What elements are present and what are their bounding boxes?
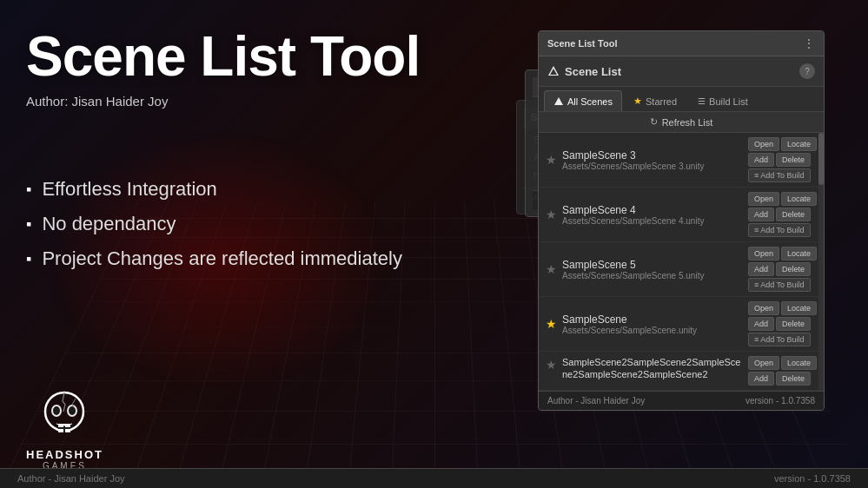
delete-btn-2[interactable]: Delete — [776, 208, 811, 221]
delete-btn-5[interactable]: Delete — [776, 372, 811, 386]
scene-row-1: ★ SampleScene 3 Assets/Scenes/SampleScen… — [539, 133, 824, 188]
locate-btn-1[interactable]: Locate — [781, 137, 817, 151]
scene-row-3: ★ SampleScene 5 Assets/Scenes/SampleScen… — [539, 242, 824, 297]
add-to-build-btn-3[interactable]: ≡ Add To Build — [748, 278, 811, 292]
open-btn-1[interactable]: Open — [748, 137, 779, 151]
add-btn-4[interactable]: Add — [748, 317, 774, 331]
scene-name-1: SampleScene 3 — [562, 149, 743, 162]
tab-build-label: Build List — [709, 96, 748, 107]
open-btn-2[interactable]: Open — [748, 192, 779, 206]
scene-path-3: Assets/Scenes/SampleScene 5.unity — [562, 271, 743, 280]
menu-icon[interactable]: ⋮ — [803, 36, 815, 50]
open-btn-4[interactable]: Open — [748, 301, 779, 315]
star-tab-icon: ★ — [633, 96, 642, 107]
window-titlebar: Scene List Tool ⋮ — [539, 31, 824, 56]
scene-list-label: Scene List — [565, 65, 621, 78]
scene-btns-2: Open Locate Add Delete ≡ Add To Build — [748, 192, 817, 237]
skull-icon — [34, 386, 95, 446]
left-content: Scene List Tool Author: Jisan Haider Joy… — [26, 0, 547, 488]
feature-list: Effortless Integration No dependancy Pro… — [26, 178, 547, 282]
locate-btn-4[interactable]: Locate — [781, 301, 817, 315]
page-title: Scene List Tool — [26, 26, 547, 87]
bottom-author: Author - Jisan Haider Joy — [17, 473, 125, 484]
delete-btn-1[interactable]: Delete — [776, 153, 811, 167]
locate-btn-3[interactable]: Locate — [781, 247, 817, 260]
scene-info-2: SampleScene 4 Assets/Scenes/SampleScene … — [562, 204, 743, 226]
scene-name-4: SampleScene — [562, 313, 743, 326]
scene-row-2: ★ SampleScene 4 Assets/Scenes/SampleScen… — [539, 188, 824, 242]
add-btn-5[interactable]: Add — [748, 372, 774, 386]
help-button[interactable]: ? — [799, 63, 815, 79]
star-btn-4[interactable]: ★ — [546, 317, 557, 331]
bullet-item-3: Project Changes are reflected immediatel… — [26, 247, 547, 270]
scene-name-5: SampleScene2SampleScene2SampleScene2Samp… — [562, 356, 743, 381]
star-btn-3[interactable]: ★ — [546, 262, 557, 276]
refresh-btn-text: Refresh List — [662, 117, 713, 128]
build-tab-icon: ☰ — [698, 96, 706, 106]
add-to-build-btn-4[interactable]: ≡ Add To Build — [748, 333, 811, 346]
scene-list-body: ★ SampleScene 3 Assets/Scenes/SampleScen… — [539, 133, 824, 391]
scrollbar-thumb[interactable] — [818, 133, 824, 185]
scene-info-5: SampleScene2SampleScene2SampleScene2Samp… — [562, 356, 743, 381]
delete-btn-3[interactable]: Delete — [776, 262, 811, 276]
company-name: HEADSHOT — [26, 448, 103, 461]
scene-info-3: SampleScene 5 Assets/Scenes/SampleScene … — [562, 259, 743, 280]
unity-tab-icon — [553, 96, 564, 107]
footer-author: Author - Jisan Haider Joy — [547, 396, 645, 406]
delete-btn-4[interactable]: Delete — [776, 317, 811, 331]
scene-btns-4: Open Locate Add Delete ≡ Add To Build — [748, 301, 817, 346]
add-to-build-btn-2[interactable]: ≡ Add To Build — [748, 223, 811, 237]
tab-starred[interactable]: ★ Starred — [624, 90, 686, 111]
svg-marker-9 — [554, 97, 563, 105]
bottom-version: version - 1.0.7358 — [774, 473, 851, 484]
logo-area: HEADSHOT GAMES — [26, 386, 103, 471]
open-btn-3[interactable]: Open — [748, 247, 779, 260]
bullet-item-2: No dependancy — [26, 213, 547, 235]
scene-path-1: Assets/Scenes/SampleScene 3.unity — [562, 162, 743, 171]
scene-btns-3: Open Locate Add Delete ≡ Add To Build — [748, 247, 817, 292]
add-btn-2[interactable]: Add — [748, 208, 774, 221]
scene-row-5: ★ SampleScene2SampleScene2SampleScene2Sa… — [539, 352, 824, 391]
refresh-bar[interactable]: ↻ Refresh List — [539, 112, 824, 133]
scene-path-4: Assets/Scenes/SampleScene.unity — [562, 326, 743, 335]
tab-all-scenes-label: All Scenes — [567, 96, 613, 107]
scene-btns-5: Open Locate Add Delete — [748, 356, 817, 386]
open-btn-5[interactable]: Open — [748, 356, 779, 370]
star-btn-2[interactable]: ★ — [546, 208, 557, 221]
scene-info-1: SampleScene 3 Assets/Scenes/SampleScene … — [562, 149, 743, 171]
windows-container: Scene Samp Assets/ Handy... Author - Jis… — [512, 17, 859, 486]
tab-build-list[interactable]: ☰ Build List — [688, 90, 758, 111]
footer-version: version - 1.0.7358 — [745, 396, 815, 406]
locate-btn-5[interactable]: Locate — [781, 356, 817, 370]
refresh-icon: ↻ — [650, 116, 658, 128]
scene-path-2: Assets/Scenes/SampleScene 4.unity — [562, 216, 743, 226]
bullet-item-1: Effortless Integration — [26, 178, 547, 201]
page-subtitle: Author: Jisan Haider Joy — [26, 94, 547, 109]
window-footer: Author - Jisan Haider Joy version - 1.0.… — [539, 391, 824, 410]
scrollbar[interactable] — [818, 133, 824, 391]
window-title: Scene List Tool — [547, 38, 617, 49]
add-to-build-btn-1[interactable]: ≡ Add To Build — [748, 168, 811, 182]
add-btn-3[interactable]: Add — [748, 262, 774, 276]
locate-btn-2[interactable]: Locate — [781, 192, 817, 206]
scene-row-4: ★ SampleScene Assets/Scenes/SampleScene.… — [539, 297, 824, 352]
scene-list-title-area: Scene List — [547, 65, 621, 78]
tab-starred-label: Starred — [646, 96, 677, 107]
tab-all-scenes[interactable]: All Scenes — [544, 90, 622, 111]
star-btn-5[interactable]: ★ — [546, 358, 557, 372]
main-window: Scene List Tool ⋮ Scene List ? All Scene… — [538, 30, 825, 411]
bottom-status-bar: Author - Jisan Haider Joy version - 1.0.… — [0, 468, 868, 488]
scene-name-3: SampleScene 5 — [562, 259, 743, 271]
scene-list-header: Scene List ? — [539, 56, 824, 87]
unity-logo-icon — [547, 65, 560, 77]
star-btn-1[interactable]: ★ — [546, 153, 557, 167]
tabs-row: All Scenes ★ Starred ☰ Build List — [539, 87, 824, 112]
add-btn-1[interactable]: Add — [748, 153, 774, 167]
scene-btns-1: Open Locate Add Delete ≡ Add To Build — [748, 137, 817, 182]
svg-point-3 — [53, 406, 60, 415]
scene-info-4: SampleScene Assets/Scenes/SampleScene.un… — [562, 313, 743, 335]
scene-name-2: SampleScene 4 — [562, 204, 743, 216]
